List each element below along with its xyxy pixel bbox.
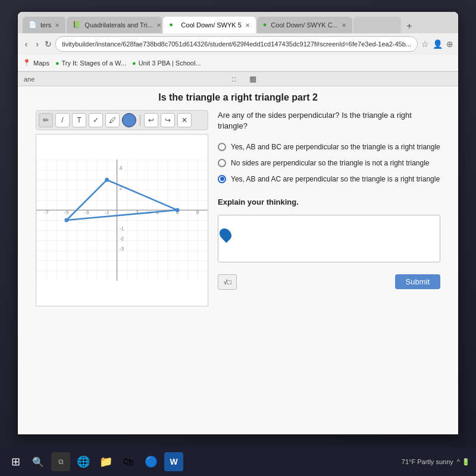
line-tool[interactable]: / [55,113,70,127]
bookmark-maps-label: Maps [33,60,49,67]
undo-btn[interactable]: ↩ [144,113,158,127]
color-picker-btn[interactable] [122,113,136,127]
svg-text:-3: -3 [120,246,124,252]
grid-icon-btn[interactable]: :: [227,73,240,86]
option-2[interactable]: No sides are perpendicular so the triang… [218,158,440,168]
svg-point-18 [105,178,109,182]
profile-icon[interactable]: 👤 [433,39,443,49]
close-drawing-btn[interactable]: ✕ [177,113,192,127]
question-text: Are any of the sides perpendicular? Is t… [218,110,440,131]
radio-1[interactable] [218,143,226,151]
bookmark-unit3-label: Unit 3 PBA | School... [139,60,201,67]
page-header-strip: ane :: ▦ [18,72,458,86]
bookmark-star-icon[interactable]: ☆ [421,39,429,49]
tab-2[interactable]: 📗 Quadrilaterals and Tri... ✕ [67,17,162,33]
radio-2[interactable] [218,159,226,167]
address-icons: ☆ 👤 ⊕ [421,39,453,49]
math-input-btn[interactable]: √□ [218,274,237,290]
toolbar-separator [140,114,140,126]
bookmarks-bar: 📍 Maps ● Try It: Stages of a W... ● Unit… [18,55,458,71]
new-tab-button[interactable]: + [402,19,416,33]
explain-wrapper [218,215,440,265]
svg-text:-5: -5 [64,209,69,215]
activity-title: Is the triangle a right triangle part 2 [158,92,318,103]
coordinate-graph[interactable]: -7 -5 -3 -1 2 4 6 8 4 2 -1 [36,134,208,306]
table-icon-btn[interactable]: ▦ [246,73,259,86]
task-view-btn[interactable]: ⧉ [51,452,70,471]
maps-favicon: 📍 [23,59,31,67]
unit3-favicon: ● [132,60,136,67]
activity-area: Is the triangle a right triangle part 2 … [18,86,458,434]
brush-tool[interactable]: 🖊 [105,113,120,127]
reload-button[interactable]: ↻ [45,37,52,51]
left-panel: ✏ / T ✓ 🖊 ↩ ↪ ✕ [36,110,208,306]
bookmark-tryi[interactable]: ● Try It: Stages of a W... [55,60,126,67]
tab-4[interactable]: ● Cool Down/ SWYK C... ✕ [257,17,352,33]
svg-text:-1: -1 [120,226,124,231]
taskbar-left: ⊞ 🔍 ⧉ 🌐 📁 🛍 🔵 W [6,452,183,471]
tab-5-empty[interactable] [353,17,401,33]
tryi-favicon: ● [55,60,60,67]
bookmark-maps[interactable]: 📍 Maps [23,59,49,67]
svg-rect-0 [36,159,208,280]
search-button[interactable]: 🔍 [29,452,48,471]
tab1-close[interactable]: ✕ [55,22,60,29]
files-icon[interactable]: 📁 [96,452,115,471]
forward-button[interactable]: › [33,37,40,51]
svg-text:4: 4 [120,165,123,171]
tab4-favicon: ● [263,21,268,29]
svg-text:-7: -7 [44,209,49,215]
tab1-label: ters [40,21,51,29]
svg-text:8: 8 [196,209,199,215]
browser-chrome: 📄 ters ✕ 📗 Quadrilaterals and Tri... ✕ ●… [18,12,458,72]
tab1-favicon: 📄 [29,21,37,29]
tab4-label: Cool Down/ SWYK C... [271,21,337,29]
text-tool[interactable]: T [72,113,86,127]
option-3[interactable]: Yes, AB and AC are perpendicular so the … [218,174,440,184]
page-label: ane [24,76,35,83]
svg-point-17 [64,218,68,223]
bookmark-tryi-label: Try It: Stages of a W... [62,60,126,67]
edge-icon[interactable]: 🌐 [74,452,93,471]
taskbar: ⊞ 🔍 ⧉ 🌐 📁 🛍 🔵 W 71°F Partly sunny ^ 🔋 [0,447,476,476]
right-panel: Are any of the sides perpendicular? Is t… [218,110,440,306]
start-button[interactable]: ⊞ [6,452,25,471]
address-bar[interactable]: tivitybuilder/instance/628fae738bd8c7051… [55,36,418,52]
radio-3[interactable] [218,175,226,183]
tab-3-active[interactable]: ● Cool Down/ SWYK 5 ✕ [163,17,255,33]
tab4-close[interactable]: ✕ [342,22,346,29]
graph-svg: -7 -5 -3 -1 2 4 6 8 4 2 -1 [36,134,208,306]
tab2-favicon: 📗 [73,21,81,29]
chrome-icon[interactable]: 🔵 [142,452,161,471]
back-button[interactable]: ‹ [23,37,30,51]
system-icons[interactable]: ^ 🔋 [457,458,470,466]
tab3-close[interactable]: ✕ [245,22,250,29]
taskbar-right: 71°F Partly sunny ^ 🔋 [402,458,470,466]
page-toolbar: :: ▦ [35,72,452,88]
weather-text: 71°F Partly sunny [402,458,453,465]
option-1-text: Yes, AB and BC are perpendicular so the … [231,142,440,152]
option-2-text: No sides are perpendicular so the triang… [231,158,430,168]
tab-1[interactable]: 📄 ters ✕ [23,17,65,33]
check-tool[interactable]: ✓ [89,113,103,127]
tab2-close[interactable]: ✕ [156,22,161,29]
svg-text:-3: -3 [84,209,89,215]
pencil-tool[interactable]: ✏ [39,113,53,127]
page-content: ane :: ▦ Is the triangle a right triangl… [18,72,458,434]
explain-textarea[interactable] [218,215,440,262]
svg-point-19 [176,208,180,212]
laptop-background: 📄 ters ✕ 📗 Quadrilaterals and Tri... ✕ ●… [0,0,476,476]
option-1[interactable]: Yes, AB and BC are perpendicular so the … [218,142,440,152]
submit-button[interactable]: Submit [395,274,440,289]
submit-row: √□ Submit [218,274,440,290]
svg-text:-2: -2 [120,236,124,242]
redo-btn[interactable]: ↪ [161,113,175,127]
extensions-icon[interactable]: ⊕ [446,39,453,49]
bookmark-unit3[interactable]: ● Unit 3 PBA | School... [132,60,201,67]
drawing-toolbar: ✏ / T ✓ 🖊 ↩ ↪ ✕ [36,110,208,130]
address-text: tivitybuilder/instance/628fae738bd8c7051… [62,40,411,48]
store-icon[interactable]: 🛍 [119,452,138,471]
word-icon[interactable]: W [164,452,183,471]
options-list: Yes, AB and BC are perpendicular so the … [218,142,440,184]
option-3-text: Yes, AB and AC are perpendicular so the … [231,174,440,184]
